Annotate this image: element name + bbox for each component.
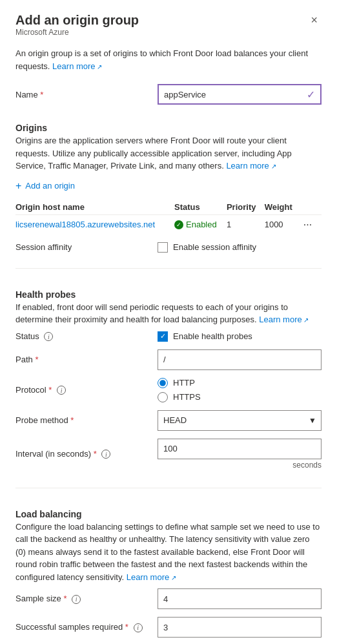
sample-size-row: Sample size * i: [15, 588, 322, 609]
path-label: Path *: [15, 355, 158, 364]
interval-input[interactable]: [158, 439, 322, 459]
protocol-required-indicator: *: [48, 385, 52, 395]
interval-field-control: seconds: [158, 439, 322, 470]
interval-suffix: seconds: [292, 461, 322, 470]
interval-required-indicator: *: [94, 449, 97, 459]
sample-size-field-control: [158, 588, 322, 609]
col-weight: Weight: [265, 200, 301, 215]
health-probe-status-row: Status i Enable health probes: [15, 331, 322, 342]
session-affinity-label: Session affinity: [15, 242, 158, 252]
path-field-control: [158, 349, 322, 370]
interval-row: Interval (in seconds) * i seconds: [15, 439, 322, 470]
protocol-https-radio[interactable]: [158, 392, 168, 402]
sample-size-required-indicator: *: [63, 594, 66, 603]
path-input[interactable]: [158, 349, 322, 370]
origins-table: Origin host name Status Priority Weight …: [15, 200, 322, 234]
health-probes-title: Health probes: [15, 289, 322, 300]
status-badge: Enabled: [174, 220, 221, 229]
status-info-icon[interactable]: i: [44, 332, 53, 341]
origins-description: Origins are the application servers wher…: [15, 134, 322, 172]
successful-samples-required-indicator: *: [125, 622, 128, 632]
table-row: licserenewal18805.azurewebsites.net Enab…: [15, 214, 322, 234]
successful-samples-label: Successful samples required * i: [15, 622, 158, 632]
load-balancing-section: Load balancing Configure the load balanc…: [15, 509, 322, 645]
probe-method-field-control: HEAD GET ▼: [158, 410, 322, 431]
protocol-info-icon[interactable]: i: [57, 386, 66, 395]
add-origin-group-panel: Add an origin group Microsoft Azure × An…: [0, 0, 337, 644]
health-probe-path-row: Path *: [15, 349, 322, 370]
interval-label: Interval (in seconds) * i: [15, 449, 158, 459]
protocol-radio-group: HTTP HTTPS: [158, 378, 322, 402]
protocol-field-control: HTTP HTTPS: [158, 378, 322, 402]
name-input[interactable]: [159, 90, 307, 99]
health-probes-description: If enabled, front door will send periodi…: [15, 301, 322, 326]
successful-samples-input[interactable]: [158, 617, 322, 638]
successful-samples-info-icon[interactable]: i: [134, 623, 143, 632]
origin-priority: 1: [227, 214, 265, 234]
session-affinity-checkbox[interactable]: [158, 242, 168, 253]
learn-more-link-1[interactable]: Learn more: [52, 61, 102, 71]
protocol-https-option[interactable]: HTTPS: [158, 392, 322, 402]
session-affinity-checkbox-label: Enable session affinity: [173, 242, 256, 252]
origin-weight: 1000: [265, 214, 301, 234]
protocol-http-option[interactable]: HTTP: [158, 378, 322, 388]
probe-method-row: Probe method * HEAD GET ▼: [15, 410, 322, 431]
protocol-label: Protocol * i: [15, 385, 158, 395]
add-origin-button[interactable]: + Add an origin: [15, 178, 75, 194]
sample-size-label: Sample size * i: [15, 594, 158, 604]
learn-more-link-4[interactable]: Learn more: [127, 572, 176, 582]
interval-info-icon[interactable]: i: [101, 450, 110, 459]
protocol-http-radio[interactable]: [158, 378, 168, 388]
col-actions: [301, 200, 322, 215]
learn-more-link-2[interactable]: Learn more: [226, 161, 276, 171]
load-balancing-description: Configure the load balancing settings to…: [15, 521, 322, 584]
col-priority: Priority: [227, 200, 265, 215]
close-button[interactable]: ×: [307, 13, 322, 27]
probe-method-required-indicator: *: [70, 415, 74, 425]
panel-description: An origin group is a set of origins to w…: [15, 47, 322, 72]
col-status: Status: [174, 200, 227, 215]
enable-health-probes-checkbox[interactable]: [158, 331, 168, 342]
load-balancing-title: Load balancing: [15, 509, 322, 519]
successful-samples-field-control: [158, 617, 322, 638]
origins-title: Origins: [15, 123, 322, 133]
sample-size-info-icon[interactable]: i: [72, 595, 81, 604]
name-required-indicator: *: [40, 90, 43, 99]
probe-method-select-wrapper: HEAD GET ▼: [158, 410, 322, 431]
name-field-control: ✓: [158, 84, 322, 105]
status-enabled-icon: [174, 220, 183, 229]
session-affinity-checkbox-wrapper: Enable session affinity: [158, 242, 256, 253]
origins-section: Origins Origins are the application serv…: [15, 123, 322, 242]
sample-size-input[interactable]: [158, 588, 322, 609]
successful-samples-row: Successful samples required * i: [15, 617, 322, 638]
panel-title: Add an origin group: [15, 13, 139, 28]
protocol-row: Protocol * i HTTP HTTPS: [15, 378, 322, 402]
health-probes-section: Health probes If enabled, front door wil…: [15, 289, 322, 477]
health-probe-status-control: Enable health probes: [158, 331, 322, 342]
panel-header: Add an origin group Microsoft Azure ×: [15, 13, 322, 46]
probe-method-label: Probe method *: [15, 415, 158, 425]
name-label: Name *: [15, 90, 158, 99]
probe-method-select[interactable]: HEAD GET: [158, 410, 322, 431]
health-probe-status-label: Status i: [15, 331, 158, 342]
session-affinity-row: Session affinity Enable session affinity: [15, 242, 322, 253]
name-field-row: Name * ✓: [15, 84, 322, 105]
origin-host-link[interactable]: licserenewal18805.azurewebsites.net: [15, 220, 155, 229]
enable-health-probes-label: Enable health probes: [173, 331, 252, 341]
path-required-indicator: *: [35, 355, 38, 364]
panel-subtitle: Microsoft Azure: [15, 28, 139, 37]
name-check-icon: ✓: [307, 88, 320, 101]
name-input-wrapper: ✓: [158, 84, 322, 105]
plus-icon: +: [15, 180, 21, 192]
col-host: Origin host name: [15, 200, 174, 215]
row-actions-button[interactable]: ···: [301, 219, 314, 231]
learn-more-link-3[interactable]: Learn more: [259, 315, 309, 324]
